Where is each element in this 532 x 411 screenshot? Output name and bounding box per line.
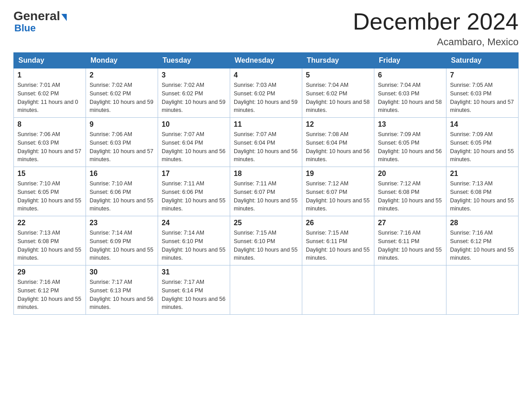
calendar-cell: 15Sunrise: 7:10 AMSunset: 6:05 PMDayligh… (14, 167, 86, 216)
week-row-5: 29Sunrise: 7:16 AMSunset: 6:12 PMDayligh… (14, 265, 519, 315)
col-header-sunday: Sunday (14, 53, 86, 68)
col-header-monday: Monday (86, 53, 158, 68)
day-info: Sunrise: 7:09 AMSunset: 6:05 PMDaylight:… (450, 130, 515, 164)
day-number: 18 (234, 170, 298, 178)
day-info: Sunrise: 7:09 AMSunset: 6:05 PMDaylight:… (378, 130, 442, 164)
day-info: Sunrise: 7:17 AMSunset: 6:13 PMDaylight:… (90, 278, 154, 312)
day-info: Sunrise: 7:10 AMSunset: 6:06 PMDaylight:… (90, 180, 154, 213)
day-info: Sunrise: 7:05 AMSunset: 6:03 PMDaylight:… (450, 81, 515, 115)
day-info: Sunrise: 7:14 AMSunset: 6:09 PMDaylight:… (90, 229, 154, 262)
week-row-1: 1Sunrise: 7:01 AMSunset: 6:02 PMDaylight… (14, 68, 519, 118)
page-header: General Blue December 2024 Acambaro, Mex… (13, 9, 519, 48)
calendar-cell: 1Sunrise: 7:01 AMSunset: 6:02 PMDaylight… (14, 68, 86, 118)
calendar-cell (302, 265, 374, 315)
calendar-cell: 31Sunrise: 7:17 AMSunset: 6:14 PMDayligh… (158, 265, 230, 315)
day-info: Sunrise: 7:10 AMSunset: 6:05 PMDaylight:… (17, 180, 82, 213)
day-number: 5 (306, 71, 370, 79)
day-info: Sunrise: 7:03 AMSunset: 6:02 PMDaylight:… (234, 81, 298, 115)
calendar-cell: 12Sunrise: 7:08 AMSunset: 6:04 PMDayligh… (302, 118, 374, 167)
calendar-table: Sunday Monday Tuesday Wednesday Thursday… (13, 52, 519, 315)
logo-blue-text: Blue (14, 22, 36, 34)
day-number: 20 (378, 170, 442, 178)
calendar-cell: 26Sunrise: 7:15 AMSunset: 6:11 PMDayligh… (302, 216, 374, 265)
day-number: 12 (306, 120, 370, 128)
day-number: 19 (306, 170, 370, 178)
calendar-cell: 17Sunrise: 7:11 AMSunset: 6:06 PMDayligh… (158, 167, 230, 216)
col-header-tuesday: Tuesday (158, 53, 230, 68)
day-number: 8 (17, 120, 82, 128)
day-info: Sunrise: 7:11 AMSunset: 6:06 PMDaylight:… (162, 180, 226, 213)
day-info: Sunrise: 7:06 AMSunset: 6:03 PMDaylight:… (90, 130, 154, 164)
col-header-thursday: Thursday (302, 53, 374, 68)
day-info: Sunrise: 7:07 AMSunset: 6:04 PMDaylight:… (234, 130, 298, 164)
day-number: 6 (378, 71, 442, 79)
calendar-cell: 28Sunrise: 7:16 AMSunset: 6:12 PMDayligh… (446, 216, 519, 265)
calendar-cell: 19Sunrise: 7:12 AMSunset: 6:07 PMDayligh… (302, 167, 374, 216)
week-row-4: 22Sunrise: 7:13 AMSunset: 6:08 PMDayligh… (14, 216, 519, 265)
day-info: Sunrise: 7:11 AMSunset: 6:07 PMDaylight:… (234, 180, 298, 213)
day-info: Sunrise: 7:14 AMSunset: 6:10 PMDaylight:… (162, 229, 226, 262)
day-info: Sunrise: 7:04 AMSunset: 6:03 PMDaylight:… (378, 81, 442, 115)
calendar-cell: 27Sunrise: 7:16 AMSunset: 6:11 PMDayligh… (374, 216, 446, 265)
day-info: Sunrise: 7:13 AMSunset: 6:08 PMDaylight:… (17, 229, 82, 262)
day-number: 15 (17, 170, 82, 178)
col-header-wednesday: Wednesday (230, 53, 302, 68)
calendar-cell: 23Sunrise: 7:14 AMSunset: 6:09 PMDayligh… (86, 216, 158, 265)
calendar-cell (374, 265, 446, 315)
calendar-title: December 2024 (353, 9, 519, 34)
day-number: 11 (234, 120, 298, 128)
col-header-friday: Friday (374, 53, 446, 68)
day-info: Sunrise: 7:13 AMSunset: 6:08 PMDaylight:… (450, 180, 515, 213)
day-number: 24 (162, 219, 226, 227)
calendar-cell: 13Sunrise: 7:09 AMSunset: 6:05 PMDayligh… (374, 118, 446, 167)
day-info: Sunrise: 7:15 AMSunset: 6:11 PMDaylight:… (306, 229, 370, 262)
day-info: Sunrise: 7:15 AMSunset: 6:10 PMDaylight:… (234, 229, 298, 262)
day-info: Sunrise: 7:12 AMSunset: 6:08 PMDaylight:… (378, 180, 442, 213)
logo: General Blue (13, 9, 67, 34)
day-number: 2 (90, 71, 154, 79)
day-info: Sunrise: 7:07 AMSunset: 6:04 PMDaylight:… (162, 130, 226, 164)
day-info: Sunrise: 7:01 AMSunset: 6:02 PMDaylight:… (17, 81, 82, 115)
calendar-cell: 25Sunrise: 7:15 AMSunset: 6:10 PMDayligh… (230, 216, 302, 265)
calendar-cell: 20Sunrise: 7:12 AMSunset: 6:08 PMDayligh… (374, 167, 446, 216)
calendar-cell: 18Sunrise: 7:11 AMSunset: 6:07 PMDayligh… (230, 167, 302, 216)
day-info: Sunrise: 7:12 AMSunset: 6:07 PMDaylight:… (306, 180, 370, 213)
day-number: 27 (378, 219, 442, 227)
day-number: 7 (450, 71, 515, 79)
week-row-3: 15Sunrise: 7:10 AMSunset: 6:05 PMDayligh… (14, 167, 519, 216)
day-number: 23 (90, 219, 154, 227)
day-number: 30 (90, 268, 154, 276)
day-info: Sunrise: 7:08 AMSunset: 6:04 PMDaylight:… (306, 130, 370, 164)
logo-general-text: General (13, 9, 60, 23)
calendar-cell: 29Sunrise: 7:16 AMSunset: 6:12 PMDayligh… (14, 265, 86, 315)
day-info: Sunrise: 7:16 AMSunset: 6:11 PMDaylight:… (378, 229, 442, 262)
day-info: Sunrise: 7:02 AMSunset: 6:02 PMDaylight:… (90, 81, 154, 115)
calendar-cell: 10Sunrise: 7:07 AMSunset: 6:04 PMDayligh… (158, 118, 230, 167)
calendar-cell: 3Sunrise: 7:02 AMSunset: 6:02 PMDaylight… (158, 68, 230, 118)
calendar-cell: 16Sunrise: 7:10 AMSunset: 6:06 PMDayligh… (86, 167, 158, 216)
day-number: 1 (17, 71, 82, 79)
calendar-cell (446, 265, 519, 315)
calendar-cell: 21Sunrise: 7:13 AMSunset: 6:08 PMDayligh… (446, 167, 519, 216)
day-number: 22 (17, 219, 82, 227)
day-number: 17 (162, 170, 226, 178)
calendar-cell: 30Sunrise: 7:17 AMSunset: 6:13 PMDayligh… (86, 265, 158, 315)
day-number: 13 (378, 120, 442, 128)
day-info: Sunrise: 7:02 AMSunset: 6:02 PMDaylight:… (162, 81, 226, 115)
week-row-2: 8Sunrise: 7:06 AMSunset: 6:03 PMDaylight… (14, 118, 519, 167)
day-number: 14 (450, 120, 515, 128)
day-number: 3 (162, 71, 226, 79)
calendar-cell: 5Sunrise: 7:04 AMSunset: 6:02 PMDaylight… (302, 68, 374, 118)
day-number: 26 (306, 219, 370, 227)
day-number: 29 (17, 268, 82, 276)
calendar-subtitle: Acambaro, Mexico (353, 36, 519, 48)
calendar-cell: 2Sunrise: 7:02 AMSunset: 6:02 PMDaylight… (86, 68, 158, 118)
col-header-saturday: Saturday (446, 53, 519, 68)
day-number: 9 (90, 120, 154, 128)
title-block: December 2024 Acambaro, Mexico (353, 9, 519, 48)
day-number: 31 (162, 268, 226, 276)
day-number: 4 (234, 71, 298, 79)
calendar-cell: 14Sunrise: 7:09 AMSunset: 6:05 PMDayligh… (446, 118, 519, 167)
calendar-cell: 22Sunrise: 7:13 AMSunset: 6:08 PMDayligh… (14, 216, 86, 265)
day-info: Sunrise: 7:16 AMSunset: 6:12 PMDaylight:… (17, 278, 82, 312)
